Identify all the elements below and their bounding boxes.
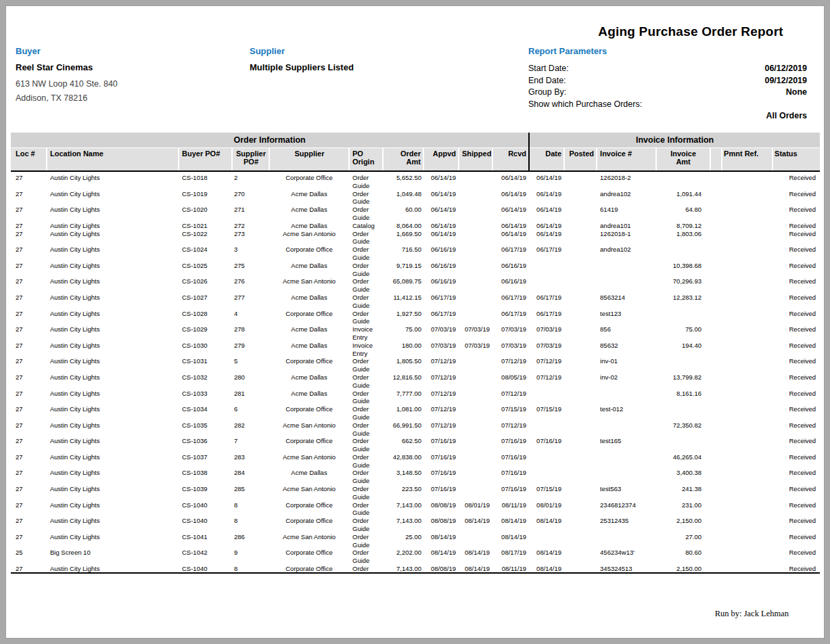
table-cell-invoice_num: 85632 <box>597 342 656 358</box>
table-cell-shipped <box>459 294 492 310</box>
table-cell-order_amt: 180.00 <box>383 342 423 358</box>
table-cell-pmnt_ref <box>722 517 773 533</box>
table-cell-spacer <box>710 453 722 469</box>
table-cell-spacer <box>710 390 722 406</box>
supplier-section: Supplier Multiple Suppliers Listed <box>250 47 466 77</box>
table-cell-appvd: 07/12/19 <box>423 357 459 373</box>
table-cell-invoice_amt <box>656 437 710 453</box>
table-cell-invoice_amt <box>656 357 710 373</box>
table-cell-appvd: 08/08/19 <box>423 501 459 518</box>
table-cell-order_amt: 1,805.50 <box>383 357 423 373</box>
table-cell-date: 06/14/19 <box>529 230 564 246</box>
table-cell-rcvd: 06/17/19 <box>492 246 529 262</box>
table-cell-supplier: Acme San Antonio <box>269 485 349 501</box>
table-cell-loc: 27 <box>11 405 47 421</box>
table-cell-posted <box>564 469 597 485</box>
table-cell-date: 07/16/19 <box>529 437 564 453</box>
table-cell-invoice_num: inv-01 <box>597 357 656 373</box>
table-cell-pmnt_ref <box>722 190 773 206</box>
table-cell-date: 07/12/19 <box>529 357 564 373</box>
table-cell-date: 07/03/19 <box>529 325 564 342</box>
table-row: 27Austin City LightsCS-10243Corporate Of… <box>11 246 820 262</box>
table-cell-invoice_amt: 46,265.04 <box>656 453 710 469</box>
table-cell-shipped <box>459 190 492 206</box>
table-cell-shipped <box>459 390 492 406</box>
table-cell-loc: 27 <box>11 206 47 222</box>
table-cell-po_origin: Order Guide <box>349 262 383 278</box>
table-cell-pmnt_ref <box>722 246 773 262</box>
table-cell-date: 07/15/19 <box>529 485 564 501</box>
table-cell-appvd: 06/14/19 <box>423 206 459 222</box>
table-cell-supplier: Corporate Office <box>269 437 349 453</box>
table-cell-loc: 27 <box>11 262 47 278</box>
table-cell-location_name: Big Screen 10 <box>47 549 179 565</box>
column-header-posted: Posted <box>564 147 597 171</box>
table-cell-posted <box>564 230 597 246</box>
table-cell-po_origin: Order Guide <box>349 437 383 453</box>
table-cell-status: Received <box>773 357 820 373</box>
parameter-row: Start Date:06/12/2019 <box>528 63 807 75</box>
table-cell-rcvd: 08/05/19 <box>492 373 529 390</box>
table-cell-order_amt: 9,719.15 <box>383 262 423 278</box>
group-header: Invoice Information <box>529 133 820 147</box>
table-cell-posted <box>564 453 597 469</box>
table-cell-date <box>529 390 564 406</box>
column-header-supplier: Supplier <box>269 147 349 171</box>
table-cell-invoice_amt: 10,398.68 <box>656 262 710 278</box>
table-cell-appvd: 07/12/19 <box>423 390 459 406</box>
table-cell-invoice_num: 856 <box>597 325 656 342</box>
table-cell-date: 06/14/19 <box>529 190 564 206</box>
table-cell-posted <box>564 294 597 310</box>
table-cell-invoice_amt: 12,283.12 <box>656 294 710 310</box>
table-cell-supplier: Acme San Antonio <box>269 453 349 469</box>
table-cell-supplier_po: 273 <box>232 230 269 246</box>
table-cell-location_name: Austin City Lights <box>47 262 179 278</box>
table-cell-loc: 27 <box>11 485 47 501</box>
buyer-heading: Buyer <box>16 47 218 55</box>
table-cell-invoice_num: test123 <box>597 310 656 326</box>
table-cell-posted <box>564 533 597 549</box>
table-cell-date: 08/14/19 <box>529 517 564 533</box>
table-cell-supplier_po: 9 <box>232 549 269 565</box>
column-header-spacer <box>710 147 722 171</box>
table-cell-rcvd: 07/12/19 <box>492 357 529 373</box>
table-cell-pmnt_ref <box>722 294 773 310</box>
table-cell-buyer_po: CS-1022 <box>179 230 232 246</box>
table-cell-order_amt: 7,143.00 <box>383 501 423 518</box>
table-cell-supplier_po: 7 <box>232 437 269 453</box>
table-row: 27Austin City LightsCS-10284Corporate Of… <box>11 310 820 326</box>
table-cell-date <box>529 421 564 438</box>
table-cell-order_amt: 42,838.00 <box>383 453 423 469</box>
table-cell-status: Received <box>773 246 820 262</box>
table-cell-loc: 27 <box>11 246 47 262</box>
table-cell-invoice_num: inv-02 <box>597 373 656 390</box>
table-cell-spacer <box>710 405 722 421</box>
table-cell-po_origin: Order Guide <box>349 190 383 206</box>
table-cell-spacer <box>710 206 722 222</box>
table-row: 27Austin City LightsCS-1032280Acme Dalla… <box>11 373 820 390</box>
table-cell-loc: 27 <box>11 294 47 310</box>
table-cell-status: Received <box>773 437 820 453</box>
table-cell-location_name: Austin City Lights <box>47 294 179 310</box>
table-cell-location_name: Austin City Lights <box>47 277 179 294</box>
table-row: 27Austin City LightsCS-10315Corporate Of… <box>11 357 820 373</box>
table-cell-date <box>529 453 564 469</box>
table-cell-loc: 27 <box>11 277 47 294</box>
table-cell-supplier_po: 278 <box>232 325 269 342</box>
table-cell-spacer <box>710 190 722 206</box>
table-cell-shipped <box>459 469 492 485</box>
table-cell-shipped <box>459 421 492 438</box>
footer-run-by: Run by: Jack Lehman <box>640 607 789 621</box>
table-cell-loc: 27 <box>11 469 47 485</box>
table-cell-loc: 27 <box>11 373 47 390</box>
table-cell-invoice_num: 1262018-2 <box>597 171 656 190</box>
table-row: 27Austin City LightsCS-1020271Acme Dalla… <box>11 206 820 222</box>
table-cell-invoice_amt <box>656 405 710 421</box>
table-row: 27Austin City LightsCS-1021272Acme Dalla… <box>11 222 820 230</box>
table-cell-loc: 27 <box>11 325 47 342</box>
orders-table-container: Order InformationInvoice Information Loc… <box>11 133 820 574</box>
supplier-heading: Supplier <box>250 47 466 55</box>
table-cell-invoice_amt: 75.00 <box>656 325 710 342</box>
table-cell-buyer_po: CS-1026 <box>179 277 232 294</box>
table-cell-status: Received <box>773 230 820 246</box>
